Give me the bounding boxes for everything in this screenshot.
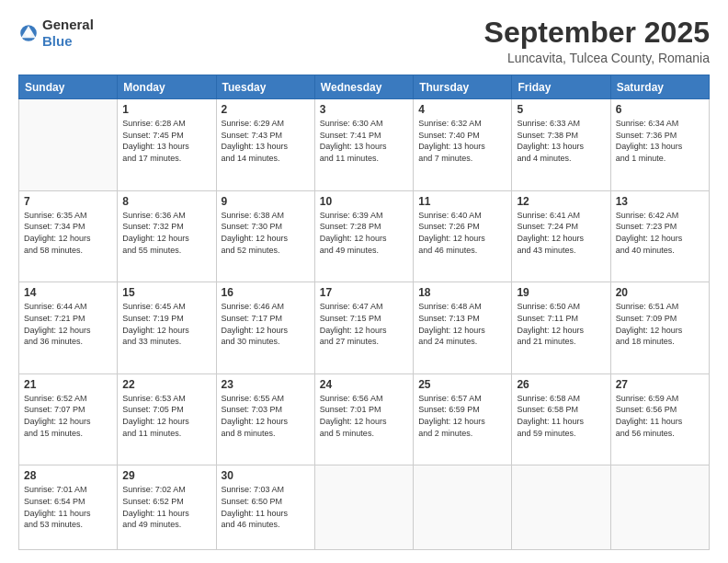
table-row: 28Sunrise: 7:01 AM Sunset: 6:54 PM Dayli…	[19, 465, 118, 550]
day-number: 20	[616, 286, 704, 299]
day-info: Sunrise: 6:48 AM Sunset: 7:13 PM Dayligh…	[418, 301, 506, 347]
table-row: 17Sunrise: 6:47 AM Sunset: 7:15 PM Dayli…	[314, 282, 413, 374]
table-row: 30Sunrise: 7:03 AM Sunset: 6:50 PM Dayli…	[216, 465, 314, 550]
table-row: 8Sunrise: 6:36 AM Sunset: 7:32 PM Daylig…	[118, 190, 216, 282]
day-number: 9	[222, 195, 310, 208]
col-wednesday: Wednesday	[314, 75, 413, 99]
day-number: 4	[418, 103, 506, 116]
table-row: 12Sunrise: 6:41 AM Sunset: 7:24 PM Dayli…	[512, 190, 610, 282]
logo: General Blue	[18, 17, 94, 50]
table-row: 5Sunrise: 6:33 AM Sunset: 7:38 PM Daylig…	[512, 99, 610, 191]
col-saturday: Saturday	[610, 75, 709, 99]
table-row: 7Sunrise: 6:35 AM Sunset: 7:34 PM Daylig…	[19, 190, 118, 282]
day-number: 8	[122, 195, 210, 208]
logo-text-general: General	[42, 17, 94, 32]
day-number: 26	[517, 378, 605, 391]
table-row: 26Sunrise: 6:58 AM Sunset: 6:58 PM Dayli…	[512, 373, 610, 465]
day-info: Sunrise: 7:03 AM Sunset: 6:50 PM Dayligh…	[222, 484, 310, 530]
day-info: Sunrise: 6:50 AM Sunset: 7:11 PM Dayligh…	[517, 301, 605, 347]
page: General Blue September 2025 Luncavita, T…	[0, 0, 728, 563]
day-info: Sunrise: 6:38 AM Sunset: 7:30 PM Dayligh…	[222, 210, 310, 256]
day-info: Sunrise: 7:01 AM Sunset: 6:54 PM Dayligh…	[24, 484, 112, 530]
calendar-table: Sunday Monday Tuesday Wednesday Thursday…	[18, 75, 710, 550]
day-info: Sunrise: 6:34 AM Sunset: 7:36 PM Dayligh…	[616, 118, 704, 164]
table-row	[19, 99, 118, 191]
svg-point-2	[25, 29, 31, 36]
table-row: 11Sunrise: 6:40 AM Sunset: 7:26 PM Dayli…	[414, 190, 512, 282]
table-row: 24Sunrise: 6:56 AM Sunset: 7:01 PM Dayli…	[314, 373, 413, 465]
day-info: Sunrise: 6:36 AM Sunset: 7:32 PM Dayligh…	[122, 210, 210, 256]
title-block: September 2025 Luncavita, Tulcea County,…	[484, 17, 710, 65]
table-row: 1Sunrise: 6:28 AM Sunset: 7:45 PM Daylig…	[118, 99, 216, 191]
day-info: Sunrise: 6:55 AM Sunset: 7:03 PM Dayligh…	[222, 393, 310, 439]
col-monday: Monday	[118, 75, 216, 99]
day-number: 23	[222, 378, 310, 391]
day-info: Sunrise: 6:30 AM Sunset: 7:41 PM Dayligh…	[320, 118, 408, 164]
day-number: 16	[222, 286, 310, 299]
logo-icon	[18, 23, 39, 43]
col-friday: Friday	[512, 75, 610, 99]
day-number: 27	[616, 378, 704, 391]
day-number: 24	[320, 378, 408, 391]
day-number: 2	[222, 103, 310, 116]
table-row: 4Sunrise: 6:32 AM Sunset: 7:40 PM Daylig…	[414, 99, 512, 191]
day-number: 30	[222, 469, 310, 482]
table-row: 6Sunrise: 6:34 AM Sunset: 7:36 PM Daylig…	[610, 99, 709, 191]
day-number: 29	[122, 469, 210, 482]
day-info: Sunrise: 6:57 AM Sunset: 6:59 PM Dayligh…	[418, 393, 506, 439]
table-row: 23Sunrise: 6:55 AM Sunset: 7:03 PM Dayli…	[216, 373, 314, 465]
day-info: Sunrise: 6:56 AM Sunset: 7:01 PM Dayligh…	[320, 393, 408, 439]
day-info: Sunrise: 6:53 AM Sunset: 7:05 PM Dayligh…	[122, 393, 210, 439]
day-info: Sunrise: 6:58 AM Sunset: 6:58 PM Dayligh…	[517, 393, 605, 439]
day-number: 25	[418, 378, 506, 391]
day-info: Sunrise: 6:46 AM Sunset: 7:17 PM Dayligh…	[222, 301, 310, 347]
day-number: 28	[24, 469, 112, 482]
day-info: Sunrise: 6:29 AM Sunset: 7:43 PM Dayligh…	[222, 118, 310, 164]
col-sunday: Sunday	[19, 75, 118, 99]
month-title: September 2025	[484, 17, 710, 49]
day-number: 6	[616, 103, 704, 116]
header: General Blue September 2025 Luncavita, T…	[18, 17, 710, 65]
logo-text-blue: Blue	[42, 33, 73, 49]
day-number: 14	[24, 286, 112, 299]
day-number: 13	[616, 195, 704, 208]
table-row: 2Sunrise: 6:29 AM Sunset: 7:43 PM Daylig…	[216, 99, 314, 191]
table-row: 16Sunrise: 6:46 AM Sunset: 7:17 PM Dayli…	[216, 282, 314, 374]
day-number: 11	[418, 195, 506, 208]
table-row: 27Sunrise: 6:59 AM Sunset: 6:56 PM Dayli…	[610, 373, 709, 465]
table-row: 3Sunrise: 6:30 AM Sunset: 7:41 PM Daylig…	[314, 99, 413, 191]
table-row: 10Sunrise: 6:39 AM Sunset: 7:28 PM Dayli…	[314, 190, 413, 282]
calendar-header-row: Sunday Monday Tuesday Wednesday Thursday…	[19, 75, 710, 99]
day-info: Sunrise: 6:51 AM Sunset: 7:09 PM Dayligh…	[616, 301, 704, 347]
day-info: Sunrise: 6:47 AM Sunset: 7:15 PM Dayligh…	[320, 301, 408, 347]
table-row	[314, 465, 413, 550]
day-number: 5	[517, 103, 605, 116]
table-row: 9Sunrise: 6:38 AM Sunset: 7:30 PM Daylig…	[216, 190, 314, 282]
day-info: Sunrise: 6:45 AM Sunset: 7:19 PM Dayligh…	[122, 301, 210, 347]
day-number: 3	[320, 103, 408, 116]
table-row: 13Sunrise: 6:42 AM Sunset: 7:23 PM Dayli…	[610, 190, 709, 282]
day-info: Sunrise: 6:39 AM Sunset: 7:28 PM Dayligh…	[320, 210, 408, 256]
day-info: Sunrise: 6:52 AM Sunset: 7:07 PM Dayligh…	[24, 393, 112, 439]
day-number: 21	[24, 378, 112, 391]
day-number: 7	[24, 195, 112, 208]
table-row	[610, 465, 709, 550]
day-info: Sunrise: 6:40 AM Sunset: 7:26 PM Dayligh…	[418, 210, 506, 256]
day-number: 19	[517, 286, 605, 299]
day-number: 22	[122, 378, 210, 391]
table-row: 18Sunrise: 6:48 AM Sunset: 7:13 PM Dayli…	[414, 282, 512, 374]
day-number: 10	[320, 195, 408, 208]
table-row: 14Sunrise: 6:44 AM Sunset: 7:21 PM Dayli…	[19, 282, 118, 374]
day-info: Sunrise: 6:35 AM Sunset: 7:34 PM Dayligh…	[24, 210, 112, 256]
day-number: 17	[320, 286, 408, 299]
day-info: Sunrise: 6:42 AM Sunset: 7:23 PM Dayligh…	[616, 210, 704, 256]
location-title: Luncavita, Tulcea County, Romania	[484, 51, 710, 65]
day-number: 18	[418, 286, 506, 299]
table-row	[414, 465, 512, 550]
table-row: 20Sunrise: 6:51 AM Sunset: 7:09 PM Dayli…	[610, 282, 709, 374]
table-row: 22Sunrise: 6:53 AM Sunset: 7:05 PM Dayli…	[118, 373, 216, 465]
day-info: Sunrise: 6:41 AM Sunset: 7:24 PM Dayligh…	[517, 210, 605, 256]
table-row: 15Sunrise: 6:45 AM Sunset: 7:19 PM Dayli…	[118, 282, 216, 374]
table-row: 21Sunrise: 6:52 AM Sunset: 7:07 PM Dayli…	[19, 373, 118, 465]
day-info: Sunrise: 6:32 AM Sunset: 7:40 PM Dayligh…	[418, 118, 506, 164]
